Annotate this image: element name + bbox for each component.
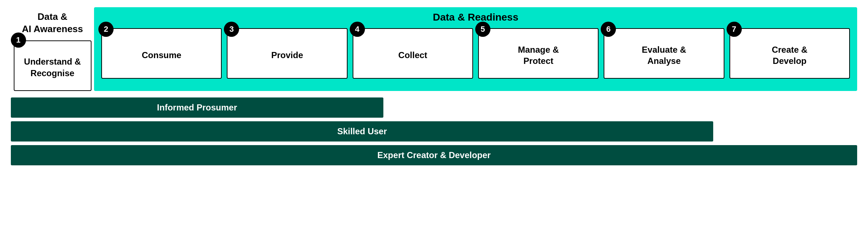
step-2-badge: 2 — [98, 22, 114, 37]
step-7-wrapper: 7Create & Develop — [729, 28, 850, 84]
step-7-label: Create & Develop — [772, 44, 808, 66]
step-5-label: Manage & Protect — [518, 44, 559, 66]
step-5-wrapper: 5Manage & Protect — [478, 28, 599, 84]
bar-1: Informed Prosumer — [11, 97, 383, 118]
step-2-wrapper: 2Consume — [101, 28, 222, 84]
step-4-wrapper: 4Collect — [353, 28, 473, 84]
step-2-label: Consume — [142, 49, 181, 61]
step-6-wrapper: 6Evaluate & Analyse — [604, 28, 724, 84]
step-6-card: Evaluate & Analyse — [604, 28, 724, 79]
readiness-column: Data & Readiness 2Consume3Provide4Collec… — [94, 7, 857, 91]
step-4-label: Collect — [398, 49, 427, 61]
step-6-label: Evaluate & Analyse — [642, 44, 686, 66]
step-1-wrapper: 1 Understand & Recognise — [14, 39, 92, 91]
step-2-card: Consume — [101, 28, 222, 79]
step-5-card: Manage & Protect — [478, 28, 599, 79]
top-section: Data & AI Awareness 1 Understand & Recog… — [11, 7, 857, 91]
step-1-card: Understand & Recognise — [14, 40, 92, 91]
bar-2: Skilled User — [11, 121, 713, 142]
step-7-card: Create & Develop — [729, 28, 850, 79]
readiness-title: Data & Readiness — [101, 12, 850, 23]
awareness-title: Data & AI Awareness — [22, 11, 83, 35]
step-1-badge: 1 — [11, 32, 26, 48]
awareness-column: Data & AI Awareness 1 Understand & Recog… — [11, 7, 94, 91]
step-3-wrapper: 3Provide — [227, 28, 347, 84]
step-3-label: Provide — [271, 49, 303, 61]
step-3-card: Provide — [227, 28, 347, 79]
readiness-cards: 2Consume3Provide4Collect5Manage & Protec… — [101, 28, 850, 84]
bar-3: Expert Creator & Developer — [11, 145, 857, 165]
step-4-card: Collect — [353, 28, 473, 79]
step-5-badge: 5 — [475, 22, 490, 37]
main-container: Data & AI Awareness 1 Understand & Recog… — [11, 7, 857, 165]
step-1-label: Understand & Recognise — [24, 56, 81, 78]
step-7-badge: 7 — [727, 22, 742, 37]
step-6-badge: 6 — [601, 22, 616, 37]
bars-section: Informed ProsumerSkilled UserExpert Crea… — [11, 97, 857, 165]
step-4-badge: 4 — [350, 22, 365, 37]
